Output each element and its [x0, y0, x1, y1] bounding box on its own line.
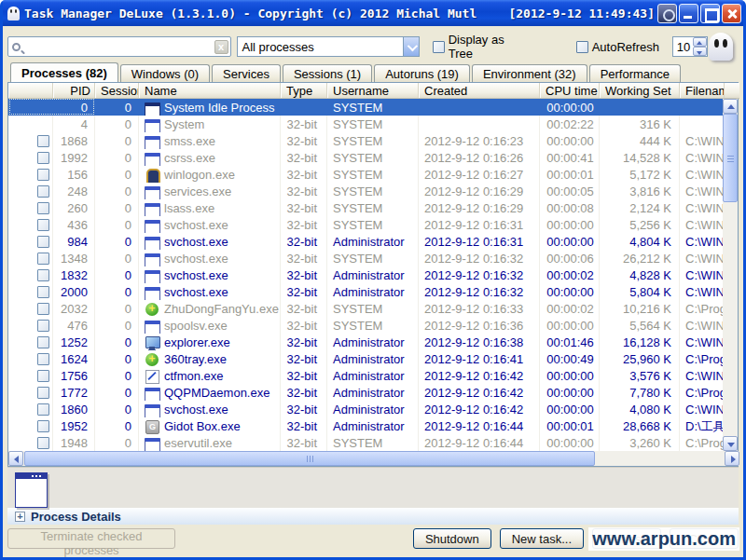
column-header-ws[interactable]: Working Set [600, 83, 680, 98]
cell-ws: 28,668 K [600, 417, 680, 434]
table-row[interactable]: 18680smss.exe32-bitSYSTEM2012-9-12 0:16:… [8, 132, 725, 149]
refresh-interval-stepper[interactable]: 10 [672, 36, 708, 57]
table-row[interactable]: 18320svchost.exe32-bitAdministrator2012-… [8, 266, 725, 283]
cell-pid: 1868 [53, 132, 95, 149]
cell-name: csrss.exe [139, 149, 281, 166]
table-row[interactable]: 00System Idle ProcessSYSTEM00:00:00 [8, 99, 725, 116]
spinner-up-icon[interactable] [693, 37, 707, 47]
autorefresh-checkbox[interactable] [576, 41, 588, 53]
expand-plus-icon[interactable]: + [15, 512, 25, 522]
table-row[interactable]: 40System32-bitSYSTEM00:02:22316 K [8, 116, 725, 132]
row-checkbox[interactable] [37, 269, 49, 281]
cell-ws: 7,780 K [600, 384, 680, 401]
titlebar[interactable]: Task Manager DeLuxe (1.3.1.0) - Copyrigh… [3, 0, 743, 26]
row-checkbox[interactable] [37, 320, 49, 332]
shutdown-button[interactable]: Shutdown [413, 528, 491, 549]
vertical-scrollbar[interactable] [723, 99, 738, 451]
row-checkbox[interactable] [37, 135, 49, 147]
scroll-left-icon[interactable] [8, 451, 23, 466]
scroll-down-icon[interactable] [723, 436, 738, 451]
table-row[interactable]: 9840svchost.exe32-bitAdministrator2012-9… [8, 233, 725, 250]
minimize-button[interactable] [679, 4, 698, 23]
tab-autoruns-19[interactable]: Autoruns (19) [374, 64, 470, 82]
table-row[interactable]: 2480services.exe32-bitSYSTEM2012-9-12 0:… [8, 183, 725, 199]
vertical-scroll-thumb[interactable] [723, 114, 738, 202]
cell-created: 2012-9-12 0:16:42 [419, 367, 540, 384]
new-task-button[interactable]: New task... [500, 528, 584, 549]
tab-services[interactable]: Services [212, 64, 281, 82]
maximize-button[interactable] [700, 4, 720, 23]
clear-search-icon[interactable]: x [214, 40, 228, 54]
column-header-filename[interactable]: Filename [680, 83, 725, 98]
horizontal-scroll-thumb[interactable] [24, 451, 595, 466]
row-checkbox[interactable] [37, 420, 49, 432]
display-as-tree-checkbox[interactable] [433, 41, 445, 53]
table-row[interactable]: 16240360tray.exe32-bitAdministrator2012-… [8, 350, 725, 367]
cell-ws: 26,212 K [600, 250, 680, 266]
chevron-down-icon[interactable] [403, 37, 419, 56]
column-header-cpu[interactable]: CPU time [540, 83, 600, 98]
spinner-down-icon[interactable] [693, 47, 707, 56]
process-name: ctfmon.exe [164, 369, 224, 383]
table-row[interactable]: 4760spoolsv.exe32-bitSYSTEM2012-9-12 0:1… [8, 317, 725, 334]
table-row[interactable]: 13480svchost.exe32-bitSYSTEM2012-9-12 0:… [8, 250, 725, 266]
cell-ws: 2,124 K [600, 199, 680, 216]
column-header-created[interactable]: Created [419, 83, 540, 98]
tab-windows-0[interactable]: Windows (0) [120, 64, 210, 82]
row-checkbox[interactable] [37, 387, 49, 399]
search-box[interactable]: x [7, 36, 231, 57]
row-checkbox[interactable] [37, 202, 49, 214]
scroll-right-icon[interactable] [725, 451, 739, 466]
horizontal-scrollbar[interactable] [8, 451, 739, 466]
table-row[interactable]: 17720QQPMDaemon.exe32-bitAdministrator20… [8, 384, 725, 401]
cell-filename: C:\WINDOWS [680, 199, 725, 216]
process-filter-select[interactable]: All processes [237, 36, 420, 57]
process-details-bar[interactable]: + Process Details [7, 508, 739, 525]
column-header-cb[interactable] [8, 83, 53, 98]
row-checkbox[interactable] [37, 219, 49, 231]
scroll-up-icon[interactable] [723, 99, 738, 114]
terminate-checked-button[interactable]: Terminate checked processes [7, 528, 175, 549]
cell-type: 32-bit [281, 434, 327, 451]
row-checkbox[interactable] [37, 236, 49, 248]
row-checkbox[interactable] [37, 286, 49, 298]
close-window-button[interactable] [722, 4, 741, 23]
row-checkbox[interactable] [37, 370, 49, 382]
table-row[interactable]: 19520Gidot Box.exe32-bitAdministrator201… [8, 417, 725, 434]
cell-username: SYSTEM [327, 250, 419, 266]
table-row[interactable]: 18600svchost.exe32-bitAdministrator2012-… [8, 401, 725, 417]
cell-pid: 4 [53, 116, 95, 132]
cell-created: 2012-9-12 0:16:44 [419, 434, 540, 451]
row-checkbox[interactable] [37, 152, 49, 164]
table-row[interactable]: 19480eservutil.exe32-bitSYSTEM2012-9-12 … [8, 434, 725, 451]
tab-environment-32[interactable]: Environment (32) [472, 64, 587, 82]
screenshot-camera-button[interactable] [657, 4, 677, 23]
table-row[interactable]: 12520explorer.exe32-bitAdministrator2012… [8, 334, 725, 350]
table-row[interactable]: 17560ctfmon.exe32-bitAdministrator2012-9… [8, 367, 725, 384]
table-row[interactable]: 1560winlogon.exe32-bitSYSTEM2012-9-12 0:… [8, 166, 725, 183]
column-header-session[interactable]: Session [95, 83, 139, 98]
column-header-username[interactable]: Username [327, 83, 419, 98]
row-checkbox[interactable] [37, 437, 49, 449]
row-checkbox[interactable] [37, 336, 49, 348]
row-checkbox[interactable] [37, 353, 49, 365]
table-row[interactable]: 19920csrss.exe32-bitSYSTEM2012-9-12 0:16… [8, 149, 725, 166]
row-checkbox[interactable] [37, 253, 49, 265]
table-row[interactable]: 20000svchost.exe32-bitAdministrator2012-… [8, 283, 725, 300]
tab-sessions-1[interactable]: Sessions (1) [283, 64, 372, 82]
table-row[interactable]: 20320ZhuDongFangYu.exe32-bitSYSTEM2012-9… [8, 300, 725, 317]
column-header-name[interactable]: Name [139, 83, 281, 98]
table-row[interactable]: 2600lsass.exe32-bitSYSTEM2012-9-12 0:16:… [8, 199, 725, 216]
row-checkbox[interactable] [37, 169, 49, 181]
row-checkbox[interactable] [37, 403, 49, 416]
row-checkbox[interactable] [37, 185, 49, 198]
tab-performance[interactable]: Performance [589, 64, 681, 82]
column-header-type[interactable]: Type [281, 83, 327, 98]
row-checkbox[interactable] [37, 303, 49, 315]
tab-processes-82[interactable]: Processes (82) [10, 62, 118, 82]
table-row[interactable]: 4360svchost.exe32-bitSYSTEM2012-9-12 0:1… [8, 216, 725, 233]
column-header-pid[interactable]: PID [53, 83, 95, 98]
cell-session: 0 [95, 283, 139, 300]
cell-ws: 316 K [600, 116, 680, 132]
search-input[interactable] [21, 40, 214, 54]
